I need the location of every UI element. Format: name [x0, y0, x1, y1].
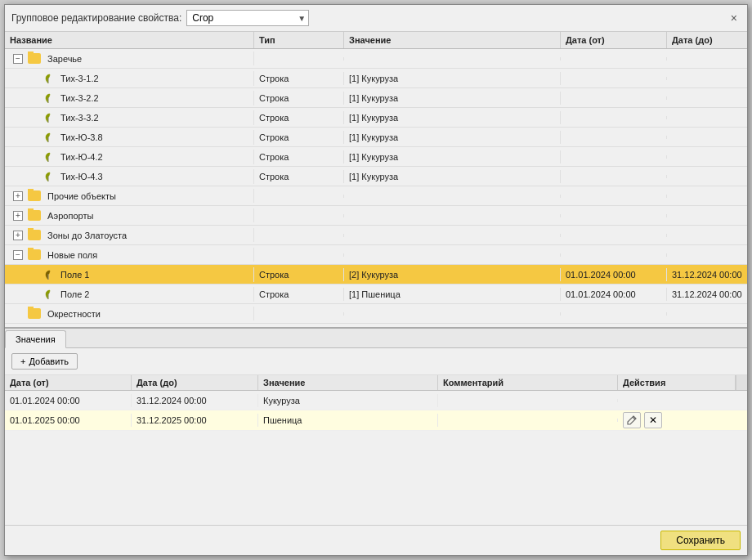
cell-type	[254, 253, 344, 257]
cell-datefrom	[561, 312, 667, 316]
table-row[interactable]: +Зоны до Златоуста	[5, 226, 747, 245]
expand-button[interactable]: +	[13, 191, 23, 201]
table-row[interactable]: −Заречье	[5, 49, 747, 69]
bottom-toolbar: + Добавить	[5, 348, 747, 375]
bcell-value: Пшеница	[258, 414, 438, 427]
cell-name: Тих-Ю-3.8	[5, 130, 254, 145]
property-dropdown-wrapper[interactable]: Crop ▼	[186, 10, 309, 26]
table-row[interactable]: Тих-3-2.2Строка[1] Кукуруза	[5, 88, 747, 108]
save-button[interactable]: Сохранить	[660, 531, 741, 550]
expand-button[interactable]: +	[13, 211, 23, 221]
table-row[interactable]: +Прочие объекты	[5, 186, 747, 206]
cell-dateto	[667, 116, 747, 119]
row-name-text: Зоны до Златоуста	[47, 231, 127, 240]
cell-value: [1] Пшеница	[344, 288, 561, 301]
cell-datefrom	[561, 214, 667, 217]
edit-action-button[interactable]	[623, 412, 641, 428]
cell-type	[254, 312, 344, 316]
property-dropdown[interactable]: Crop	[186, 10, 309, 26]
cell-name: Тих-Ю-4.3	[5, 169, 254, 184]
table-row[interactable]: Тих-Ю-4.2Строка[1] Кукуруза	[5, 147, 747, 167]
col-header-type: Тип	[254, 32, 344, 48]
bottom-table-body: 01.01.2024 00:0031.12.2024 00:00Кукуруза…	[5, 391, 747, 525]
table-row[interactable]: −Новые поля	[5, 245, 747, 265]
folder-icon	[28, 249, 41, 260]
cell-datefrom	[561, 253, 667, 257]
cell-datefrom	[561, 57, 667, 60]
cell-datefrom	[561, 116, 667, 119]
row-name-text: Тих-Ю-4.3	[60, 172, 103, 181]
add-button[interactable]: + Добавить	[11, 353, 78, 370]
col-header-dateto: Дата (до)	[667, 32, 747, 48]
main-dialog: Групповое редактирование свойства: Crop …	[4, 4, 748, 556]
cell-type	[254, 195, 344, 198]
expand-button[interactable]: −	[13, 250, 23, 260]
leaf-icon	[43, 92, 54, 104]
cell-type: Строка	[254, 150, 344, 164]
cell-dateto	[667, 214, 747, 217]
cell-dateto: 31.12.2024 00:00	[667, 268, 747, 281]
bottom-table-header: Дата (от) Дата (до) Значение Комментарий…	[5, 375, 747, 391]
cell-dateto	[667, 77, 747, 80]
table-row[interactable]: Поле 2Строка[1] Пшеница01.01.2024 00:003…	[5, 284, 747, 304]
cell-value	[344, 312, 561, 316]
bottom-tabs: Значения	[5, 329, 747, 348]
cell-dateto	[667, 136, 747, 139]
cell-name: +Зоны до Златоуста	[5, 228, 254, 242]
dialog-body: Название Тип Значение Дата (от) Дата (до…	[5, 32, 747, 525]
col-header-name: Название	[5, 32, 254, 48]
cell-dateto	[667, 57, 747, 60]
leaf-icon	[43, 289, 54, 300]
title-left: Групповое редактирование свойства: Crop …	[11, 10, 309, 26]
leaf-icon	[43, 112, 54, 123]
dialog-footer: Сохранить	[5, 525, 747, 555]
cell-type	[254, 214, 344, 217]
bcol-header-dateto: Дата (до)	[132, 375, 258, 390]
bcell-datefrom: 01.01.2024 00:00	[5, 394, 132, 407]
cell-value: [2] Кукуруза	[344, 268, 561, 281]
table-row[interactable]: Тих-Ю-4.3Строка[1] Кукуруза	[5, 167, 747, 186]
cell-datefrom	[561, 77, 667, 80]
cell-datefrom	[561, 195, 667, 198]
cell-name: −Новые поля	[5, 248, 254, 262]
folder-icon	[28, 210, 41, 221]
expand-button[interactable]: −	[13, 54, 23, 64]
bcell-comment	[438, 419, 618, 422]
row-name-text: Тих-3-3.2	[60, 113, 99, 123]
row-name-text: Заречье	[47, 54, 82, 64]
tab-values[interactable]: Значения	[5, 330, 66, 348]
table-row[interactable]: Поле 1Строка[2] Кукуруза01.01.2024 00:00…	[5, 265, 747, 284]
bcol-header-datefrom: Дата (от)	[5, 375, 132, 390]
bcell-value: Кукуруза	[258, 394, 438, 407]
bottom-table-row[interactable]: 01.01.2025 00:0031.12.2025 00:00Пшеница✕	[5, 410, 747, 431]
row-name-text: Окрестности	[47, 309, 101, 319]
table-row[interactable]: Окрестности	[5, 304, 747, 324]
cell-type: Строка	[254, 288, 344, 301]
cell-value	[344, 195, 561, 198]
delete-action-button[interactable]: ✕	[644, 412, 662, 428]
cell-name: Окрестности	[5, 307, 254, 320]
cell-dateto	[667, 234, 747, 237]
top-table-body: −Заречье Тих-3-1.2Строка[1] Кукуруза Тих…	[5, 49, 747, 327]
col-header-datefrom: Дата (от)	[561, 32, 667, 48]
table-row[interactable]: Тих-3-3.2Строка[1] Кукуруза	[5, 108, 747, 128]
cell-dateto	[667, 155, 747, 159]
scrollbar-placeholder-bottom	[736, 375, 747, 390]
plus-icon: +	[20, 356, 25, 366]
dialog-title-prefix: Групповое редактирование свойства:	[11, 12, 181, 24]
table-row[interactable]: +Аэропорты	[5, 206, 747, 226]
add-button-label: Добавить	[29, 356, 69, 366]
bottom-table-row[interactable]: 01.01.2024 00:0031.12.2024 00:00Кукуруза	[5, 391, 747, 410]
expand-button[interactable]: +	[13, 231, 23, 240]
cell-dateto: 31.12.2024 00:00	[667, 288, 747, 301]
table-row[interactable]: Тих-3-1.2Строка[1] Кукуруза	[5, 69, 747, 88]
table-row[interactable]: Тих-Ю-3.8Строка[1] Кукуруза	[5, 128, 747, 147]
top-table-header: Название Тип Значение Дата (от) Дата (до…	[5, 32, 747, 49]
cell-value: [1] Кукуруза	[344, 131, 561, 144]
cell-datefrom	[561, 155, 667, 159]
leaf-icon	[43, 73, 54, 84]
bcell-dateto: 31.12.2024 00:00	[132, 394, 258, 407]
leaf-icon	[43, 151, 54, 163]
close-button[interactable]: ×	[727, 11, 741, 25]
cell-value: [1] Кукуруза	[344, 72, 561, 85]
